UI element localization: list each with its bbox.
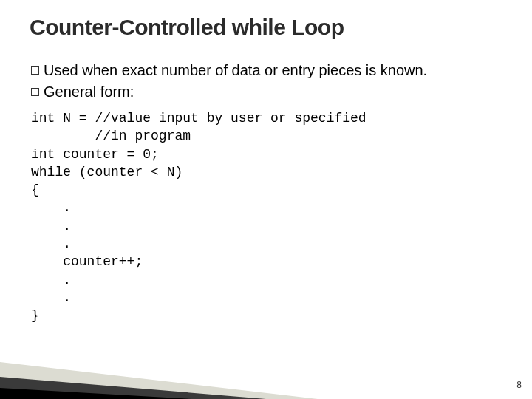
svg-marker-1 bbox=[0, 377, 266, 399]
bullet-2-rest: form: bbox=[96, 83, 134, 100]
bullet-2-lead: General bbox=[44, 83, 96, 100]
bullet-item-1: Used when exact number of data or entry … bbox=[31, 61, 502, 81]
bullet-list: Used when exact number of data or entry … bbox=[30, 61, 502, 102]
slide-title: Counter-Controlled while Loop bbox=[30, 15, 502, 40]
svg-marker-2 bbox=[0, 388, 192, 399]
svg-marker-0 bbox=[0, 362, 318, 399]
code-block: int N = //value input by user or specifi… bbox=[30, 109, 502, 325]
bullet-box-icon bbox=[31, 66, 39, 75]
slide: Counter-Controlled while Loop Used when … bbox=[0, 0, 532, 399]
bullet-1-lead: Used bbox=[44, 62, 78, 78]
bullet-item-2: General form: bbox=[31, 82, 502, 102]
bullet-box-icon bbox=[31, 88, 39, 96]
bullet-1-rest: when exact number of data or entry piece… bbox=[78, 62, 427, 78]
page-number: 8 bbox=[516, 380, 522, 390]
corner-decoration-icon bbox=[0, 318, 532, 399]
